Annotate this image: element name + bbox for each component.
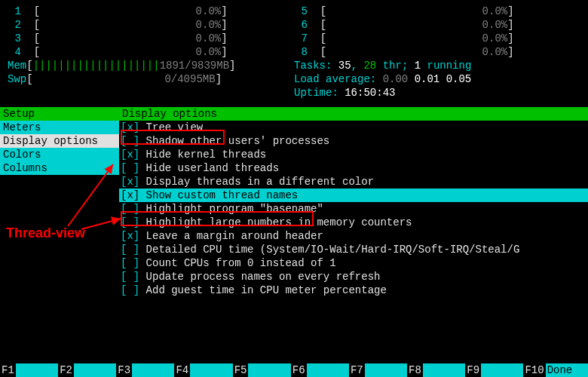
fkey-f6[interactable]: F6 (291, 363, 307, 377)
fkey-f5[interactable]: F5 (233, 363, 249, 377)
option-row[interactable]: [ ] Highlight program "basename" (119, 202, 588, 216)
option-row[interactable]: [ ] Update process names on every refres… (119, 270, 588, 284)
fkey-label[interactable] (307, 363, 349, 377)
fkey-label[interactable]: Done (546, 363, 588, 377)
annotation-label: Thread-view (6, 226, 85, 240)
option-row[interactable]: [ ] Shadow other users' processes (119, 134, 588, 148)
option-row[interactable]: [ ] Add guest time in CPU meter percenta… (119, 284, 588, 297)
setup-sidebar: Setup MetersDisplay optionsColorsColumns (0, 107, 119, 297)
sidebar-item-display-options[interactable]: Display options (0, 134, 119, 148)
sidebar-item-colors[interactable]: Colors (0, 148, 119, 161)
fkey-f7[interactable]: F7 (349, 363, 365, 377)
fkey-f3[interactable]: F3 (116, 363, 132, 377)
fkey-label[interactable] (365, 363, 407, 377)
mem-meter: Mem[||||||||||||||||||||1891/9839MB] (8, 59, 294, 72)
loadavg-line: Load average: 0.00 0.01 0.05 (294, 72, 580, 86)
cpu-meter-2: 2 [0.0%] (8, 18, 294, 32)
cpu-meter-7: 7 [0.0%] (294, 32, 580, 45)
fkey-label[interactable] (132, 363, 174, 377)
top-right-meters: 5 [0.0%]6 [0.0%]7 [0.0%]8 [0.0%] Tasks: … (294, 5, 580, 100)
fkey-label[interactable] (481, 363, 523, 377)
cpu-meter-6: 6 [0.0%] (294, 18, 580, 32)
tasks-line: Tasks: 35, 28 thr; 1 running (294, 59, 580, 72)
cpu-meter-1: 1 [0.0%] (8, 5, 294, 18)
sidebar-header: Setup (0, 107, 119, 121)
option-row[interactable]: [x] Display threads in a different color (119, 175, 588, 188)
display-options-panel: Display options [x] Tree view[ ] Shadow … (119, 107, 588, 297)
fkey-f2[interactable]: F2 (58, 363, 74, 377)
top-left-meters: 1 [0.0%]2 [0.0%]3 [0.0%]4 [0.0%] Mem[|||… (8, 5, 294, 100)
option-row[interactable]: [ ] Detailed CPU time (System/IO-Wait/Ha… (119, 243, 588, 256)
uptime-line: Uptime: 16:50:43 (294, 86, 580, 100)
swp-meter: Swp[0/4095MB] (8, 72, 294, 86)
fkey-f4[interactable]: F4 (174, 363, 190, 377)
cpu-meter-3: 3 [0.0%] (8, 32, 294, 45)
fkey-label[interactable] (16, 363, 58, 377)
fkey-label[interactable] (423, 363, 465, 377)
cpu-meter-8: 8 [0.0%] (294, 45, 580, 59)
fkey-label[interactable] (248, 363, 290, 377)
function-key-bar: F1F2F3F4F5F6F7F8F9F10Done (0, 363, 588, 377)
fkey-f8[interactable]: F8 (407, 363, 423, 377)
sidebar-item-meters[interactable]: Meters (0, 121, 119, 134)
option-row[interactable]: [x] Show custom thread names (119, 188, 588, 202)
option-row[interactable]: [ ] Count CPUs from 0 instead of 1 (119, 256, 588, 270)
cpu-meter-4: 4 [0.0%] (8, 45, 294, 59)
fkey-label[interactable] (74, 363, 116, 377)
sidebar-item-columns[interactable]: Columns (0, 161, 119, 175)
option-row[interactable]: [x] Leave a margin around header (119, 229, 588, 243)
option-row[interactable]: [x] Tree view (119, 121, 588, 134)
main-header: Display options (119, 107, 588, 121)
fkey-f10[interactable]: F10 (523, 363, 545, 377)
fkey-f9[interactable]: F9 (465, 363, 481, 377)
option-row[interactable]: [ ] Highlight large numbers in memory co… (119, 216, 588, 229)
fkey-label[interactable] (190, 363, 232, 377)
option-row[interactable]: [x] Hide kernel threads (119, 148, 588, 161)
cpu-meter-5: 5 [0.0%] (294, 5, 580, 18)
fkey-f1[interactable]: F1 (0, 363, 16, 377)
option-row[interactable]: [ ] Hide userland threads (119, 161, 588, 175)
